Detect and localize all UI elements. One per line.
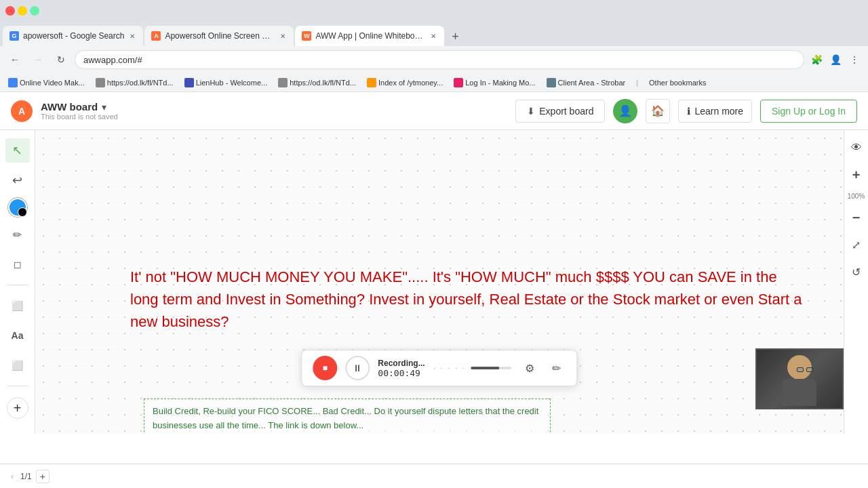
add-page-button[interactable]: + bbox=[36, 470, 50, 483]
recording-time: 00:00:49 bbox=[378, 368, 425, 378]
person-body bbox=[783, 379, 816, 406]
sticky-tool[interactable]: ⬜ bbox=[5, 353, 30, 378]
tab-favicon-2: A bbox=[151, 31, 161, 41]
info-icon: ℹ bbox=[687, 106, 690, 117]
shapes-icon: ⬜ bbox=[12, 300, 23, 311]
bookmark-label-2: https://od.lk/fl/NTd... bbox=[107, 79, 174, 87]
app-header: A AWW board ▾ This board is not saved ⬇ … bbox=[0, 92, 868, 130]
bookmark-favicon-1 bbox=[8, 78, 18, 87]
bookmark-7[interactable]: Client Area - Strobar bbox=[544, 77, 629, 89]
recording-pause-button[interactable]: ⏸ bbox=[345, 356, 370, 380]
webcam-video bbox=[757, 350, 842, 408]
board-subtitle: This board is not saved bbox=[41, 113, 507, 121]
minimize-button[interactable] bbox=[18, 6, 27, 16]
pause-icon: ⏸ bbox=[353, 363, 362, 373]
bookmark-label-3: LienHub - Welcome... bbox=[196, 79, 268, 87]
visibility-button[interactable]: 👁 bbox=[847, 138, 866, 157]
recording-edit-icon[interactable]: ✏ bbox=[547, 359, 566, 378]
new-tab-button[interactable]: + bbox=[446, 27, 465, 46]
tab-title-3: AWW App | Online Whiteboard ... bbox=[315, 31, 425, 41]
zoom-out-button[interactable]: − bbox=[847, 208, 866, 227]
other-bookmarks[interactable]: Other bookmarks bbox=[646, 77, 709, 88]
add-tool[interactable]: + bbox=[7, 397, 28, 419]
refresh-button[interactable]: ↻ bbox=[52, 50, 71, 69]
person-glasses bbox=[797, 367, 813, 372]
text-element-red[interactable]: It' not "HOW MUCH MONEY YOU MAKE"..... I… bbox=[130, 266, 803, 333]
draw-icon: ✏ bbox=[13, 228, 22, 241]
address-bar: ← → ↻ awwapp.com/# 🧩 👤 ⋮ bbox=[0, 46, 868, 73]
tab-close-2[interactable]: ✕ bbox=[279, 31, 287, 41]
zoom-in-button[interactable]: + bbox=[847, 165, 866, 184]
text-tool[interactable]: Aa bbox=[5, 323, 30, 348]
fullscreen-button[interactable]: ⤢ bbox=[847, 235, 866, 254]
eraser-icon: ◻ bbox=[14, 259, 22, 270]
webcam-person bbox=[779, 352, 820, 406]
edit-icon: ✏ bbox=[552, 362, 561, 375]
draw-tool[interactable]: ✏ bbox=[5, 222, 30, 247]
board-title: AWW board bbox=[41, 101, 98, 113]
tab-2[interactable]: A Apowersoft Online Screen Rec... ✕ bbox=[144, 26, 294, 46]
tab-3[interactable]: W AWW App | Online Whiteboard ... ✕ bbox=[295, 26, 444, 46]
signup-button[interactable]: Sign Up or Log In bbox=[760, 100, 857, 123]
color-picker[interactable] bbox=[8, 198, 27, 217]
recording-settings-icon[interactable]: ⚙ bbox=[520, 359, 539, 378]
browser-actions: 🧩 👤 ⋮ bbox=[808, 52, 863, 68]
text-icon: Aa bbox=[12, 330, 24, 341]
tabs-bar: G apowersoft - Google Search ✕ A Apowers… bbox=[0, 22, 868, 46]
text-element-green[interactable]: Build Credit, Re-build your FICO SCORE..… bbox=[144, 399, 551, 434]
tool-separator-2 bbox=[7, 386, 28, 386]
url-bar[interactable]: awwapp.com/# bbox=[75, 50, 804, 69]
maximize-button[interactable] bbox=[30, 6, 39, 16]
menu-icon[interactable]: ⋮ bbox=[846, 52, 863, 68]
bookmark-4[interactable]: https://od.lk/fl/NTd... bbox=[275, 77, 359, 89]
tab-title-1: apowersoft - Google Search bbox=[23, 31, 124, 41]
close-button[interactable] bbox=[5, 6, 15, 16]
tab-close-3[interactable]: ✕ bbox=[429, 31, 437, 41]
share-button[interactable]: 👤 bbox=[613, 99, 637, 123]
home-button[interactable]: 🏠 bbox=[646, 99, 670, 123]
tab-title-2: Apowersoft Online Screen Rec... bbox=[165, 31, 275, 41]
bookmark-favicon-3 bbox=[184, 78, 194, 87]
reset-view-button[interactable]: ↺ bbox=[847, 262, 866, 281]
bookmark-favicon-6 bbox=[454, 78, 463, 87]
extensions-icon[interactable]: 🧩 bbox=[808, 52, 825, 68]
bookmark-6[interactable]: Log In - Making Mo... bbox=[451, 77, 538, 89]
sticky-icon: ⬜ bbox=[12, 360, 23, 371]
bookmark-5[interactable]: Index of /ytmoney... bbox=[364, 77, 446, 89]
recording-info: Recording... 00:00:49 bbox=[378, 359, 425, 378]
shapes-tool[interactable]: ⬜ bbox=[5, 293, 30, 318]
glasses-lens-right bbox=[806, 367, 813, 372]
bookmark-2[interactable]: https://od.lk/fl/NTd... bbox=[93, 77, 176, 89]
profile-icon[interactable]: 👤 bbox=[827, 52, 844, 68]
back-button[interactable]: ← bbox=[5, 50, 24, 69]
glasses-lens-left bbox=[797, 367, 804, 372]
forward-button[interactable]: → bbox=[28, 50, 47, 69]
app-logo: A bbox=[11, 100, 33, 122]
tab-close-1[interactable]: ✕ bbox=[128, 31, 136, 41]
bookmark-label-7: Client Area - Strobar bbox=[558, 79, 626, 87]
bookmark-1[interactable]: Online Video Mak... bbox=[5, 77, 87, 89]
volume-fill bbox=[471, 367, 500, 369]
tab-favicon-3: W bbox=[302, 31, 311, 41]
prev-page-button[interactable]: ‹ bbox=[8, 470, 16, 483]
select-tool[interactable]: ↖ bbox=[5, 138, 30, 163]
settings-icon: ⚙ bbox=[525, 362, 534, 375]
canvas-area[interactable]: It' not "HOW MUCH MONEY YOU MAKE"..... I… bbox=[35, 130, 844, 434]
undo-tool[interactable]: ↩ bbox=[5, 168, 30, 192]
eraser-tool[interactable]: ◻ bbox=[5, 252, 30, 277]
learn-more-button[interactable]: ℹ Learn more bbox=[678, 100, 752, 123]
header-right: 🏠 ℹ Learn more Sign Up or Log In bbox=[646, 99, 857, 123]
bookmarks-bar: Online Video Mak... https://od.lk/fl/NTd… bbox=[0, 73, 868, 92]
tab-1[interactable]: G apowersoft - Google Search ✕ bbox=[3, 26, 143, 46]
recording-stop-button[interactable]: ■ bbox=[313, 356, 337, 380]
tab-favicon-1: G bbox=[9, 31, 19, 41]
board-dropdown-arrow[interactable]: ▾ bbox=[102, 102, 106, 113]
bookmark-3[interactable]: LienHub - Welcome... bbox=[182, 77, 271, 89]
select-icon: ↖ bbox=[12, 143, 22, 158]
eye-icon: 👁 bbox=[851, 142, 862, 154]
board-title-row: AWW board ▾ bbox=[41, 101, 507, 113]
board-title-section: AWW board ▾ This board is not saved bbox=[41, 101, 507, 121]
export-board-button[interactable]: ⬇ Export board bbox=[515, 100, 605, 123]
volume-slider[interactable] bbox=[471, 367, 512, 369]
bookmark-favicon-2 bbox=[96, 78, 105, 87]
